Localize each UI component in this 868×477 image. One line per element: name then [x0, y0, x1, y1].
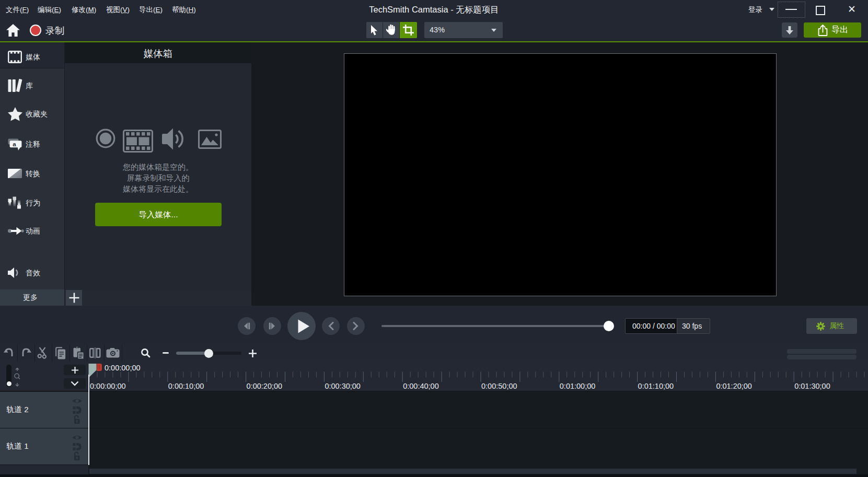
svg-text:a: a — [13, 141, 16, 147]
